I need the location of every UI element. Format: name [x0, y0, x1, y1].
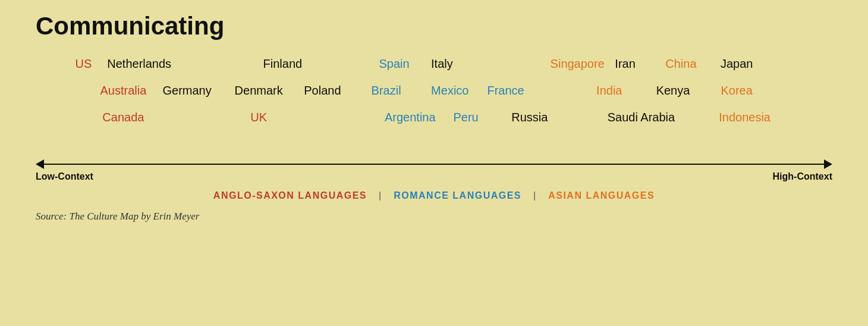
separator-2: | — [533, 190, 536, 201]
country-label-canada: Canada — [102, 111, 144, 124]
asian-languages-label: ASIAN LANGUAGES — [548, 190, 655, 201]
romance-languages-label: ROMANCE LANGUAGES — [394, 190, 521, 201]
country-label-singapore: Singapore — [551, 57, 605, 71]
country-label-denmark: Denmark — [235, 84, 283, 98]
high-context-label: High-Context — [773, 171, 832, 182]
country-label-uk: UK — [250, 111, 267, 124]
country-label-netherlands: Netherlands — [107, 57, 171, 71]
source-text: Source: The Culture Map by Erin Meyer — [36, 211, 832, 222]
country-label-russia: Russia — [511, 111, 548, 124]
country-label-indonesia: Indonesia — [719, 111, 770, 124]
axis-container — [36, 159, 832, 169]
axis-labels: Low-Context High-Context — [36, 171, 832, 182]
country-label-iran: Iran — [615, 57, 635, 71]
country-label-argentina: Argentina — [385, 111, 436, 124]
country-label-italy: Italy — [431, 57, 453, 71]
page-container: Communicating USNetherlandsAustraliaGerm… — [0, 0, 868, 326]
country-label-japan: Japan — [721, 57, 753, 71]
language-groups: ANGLO-SAXON LANGUAGES | ROMANCE LANGUAGE… — [36, 190, 832, 201]
country-label-mexico: Mexico — [431, 84, 468, 98]
low-context-label: Low-Context — [36, 171, 93, 182]
country-label-china: China — [665, 57, 696, 71]
country-label-poland: Poland — [304, 84, 341, 98]
country-label-us: US — [75, 57, 92, 71]
country-label-peru: Peru — [453, 111, 478, 124]
axis-line — [44, 164, 824, 165]
country-label-spain: Spain — [379, 57, 409, 71]
anglo-saxon-label: ANGLO-SAXON LANGUAGES — [213, 190, 367, 201]
country-label-kenya: Kenya — [656, 84, 690, 98]
arrow-right-icon — [824, 159, 832, 169]
country-label-brazil: Brazil — [372, 84, 401, 98]
separator-1: | — [379, 190, 382, 201]
country-label-korea: Korea — [721, 84, 753, 98]
countries-grid: USNetherlandsAustraliaGermanyCanadaFinla… — [36, 51, 832, 152]
country-label-saudi-arabia: Saudi Arabia — [608, 111, 675, 124]
page-title: Communicating — [36, 12, 832, 40]
country-label-germany: Germany — [162, 84, 211, 98]
country-label-india: India — [596, 84, 622, 98]
country-label-finland: Finland — [263, 57, 303, 71]
country-label-france: France — [487, 84, 524, 98]
country-label-australia: Australia — [100, 84, 146, 98]
arrow-left-icon — [36, 159, 44, 169]
